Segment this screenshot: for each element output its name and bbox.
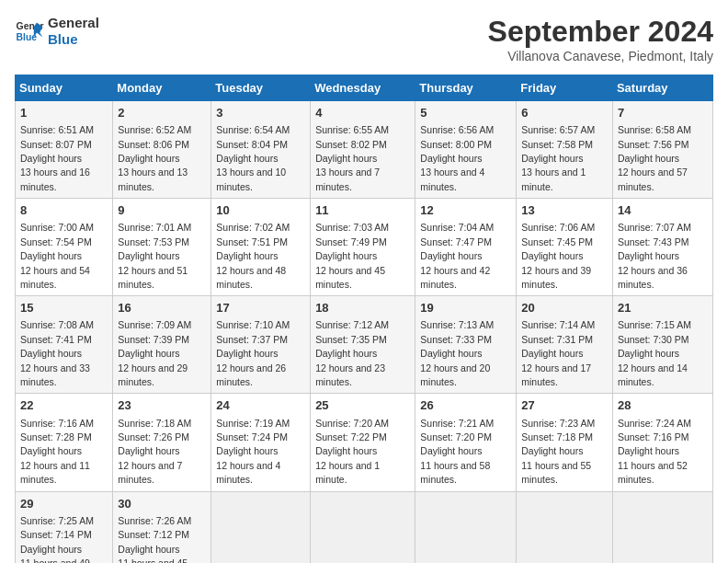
day-number: 26 [420,397,511,414]
table-row: 8 Sunrise: 7:00 AMSunset: 7:54 PMDayligh… [16,199,713,296]
calendar-cell: 18 Sunrise: 7:12 AMSunset: 7:35 PMDaylig… [311,296,415,394]
calendar-cell: 21 Sunrise: 7:15 AMSunset: 7:30 PMDaylig… [612,296,712,394]
day-number: 15 [20,300,108,316]
logo-blue: Blue [48,31,99,48]
calendar-cell: 22 Sunrise: 7:16 AMSunset: 7:28 PMDaylig… [16,394,113,491]
day-number: 2 [118,105,206,121]
month-title: September 2024 [488,15,713,49]
day-info: Sunrise: 6:52 AMSunset: 8:06 PMDaylight … [118,124,191,192]
day-number: 28 [618,397,708,414]
day-info: Sunrise: 6:51 AMSunset: 8:07 PMDaylight … [20,124,94,192]
calendar-cell: 27 Sunrise: 7:23 AMSunset: 7:18 PMDaylig… [517,394,613,491]
calendar-cell: 6 Sunrise: 6:57 AMSunset: 7:58 PMDayligh… [517,101,613,199]
calendar-table: Sunday Monday Tuesday Wednesday Thursday… [15,75,713,563]
day-info: Sunrise: 7:15 AMSunset: 7:30 PMDaylight … [618,319,691,387]
day-number: 8 [20,202,108,219]
page-header: General Blue General Blue September 2024… [15,15,713,63]
day-number: 13 [521,202,608,219]
day-info: Sunrise: 7:08 AMSunset: 7:41 PMDaylight … [20,319,94,387]
day-number: 10 [216,202,305,219]
header-row: Sunday Monday Tuesday Wednesday Thursday… [16,75,713,101]
calendar-cell [211,491,311,563]
day-number: 27 [521,397,608,414]
day-number: 9 [118,202,206,219]
day-info: Sunrise: 7:06 AMSunset: 7:45 PMDaylight … [521,222,595,290]
calendar-cell [415,491,517,563]
calendar-cell: 28 Sunrise: 7:24 AMSunset: 7:16 PMDaylig… [612,394,712,491]
day-info: Sunrise: 7:03 AMSunset: 7:49 PMDaylight … [315,222,389,290]
day-info: Sunrise: 6:58 AMSunset: 7:56 PMDaylight … [618,124,691,192]
logo-general: General [48,15,99,31]
day-info: Sunrise: 7:25 AMSunset: 7:14 PMDaylight … [20,515,94,563]
day-info: Sunrise: 7:10 AMSunset: 7:37 PMDaylight … [216,319,290,387]
col-wednesday: Wednesday [311,75,415,101]
calendar-cell: 25 Sunrise: 7:20 AMSunset: 7:22 PMDaylig… [311,394,415,491]
day-number: 7 [618,105,708,121]
day-info: Sunrise: 6:54 AMSunset: 8:04 PMDaylight … [216,124,290,192]
day-number: 16 [118,300,206,316]
calendar-cell: 24 Sunrise: 7:19 AMSunset: 7:24 PMDaylig… [211,394,311,491]
day-info: Sunrise: 7:21 AMSunset: 7:20 PMDaylight … [420,418,494,486]
day-number: 30 [118,496,206,512]
day-number: 23 [118,397,206,414]
day-number: 29 [20,496,108,512]
day-number: 5 [420,105,511,121]
calendar-cell [311,491,415,563]
day-info: Sunrise: 7:20 AMSunset: 7:22 PMDaylight … [315,418,389,486]
col-sunday: Sunday [16,75,113,101]
col-thursday: Thursday [415,75,517,101]
day-info: Sunrise: 7:14 AMSunset: 7:31 PMDaylight … [521,319,595,387]
calendar-cell [612,491,712,563]
calendar-cell: 5 Sunrise: 6:56 AMSunset: 8:00 PMDayligh… [415,101,517,199]
logo: General Blue General Blue [15,15,99,48]
day-number: 3 [216,105,305,121]
day-info: Sunrise: 7:26 AMSunset: 7:12 PMDaylight … [118,515,191,563]
day-info: Sunrise: 7:04 AMSunset: 7:47 PMDaylight … [420,222,494,290]
calendar-cell: 19 Sunrise: 7:13 AMSunset: 7:33 PMDaylig… [415,296,517,394]
day-number: 20 [521,300,608,316]
day-info: Sunrise: 7:07 AMSunset: 7:43 PMDaylight … [618,222,691,290]
col-monday: Monday [113,75,211,101]
day-number: 6 [521,105,608,121]
calendar-cell: 16 Sunrise: 7:09 AMSunset: 7:39 PMDaylig… [113,296,211,394]
calendar-cell: 26 Sunrise: 7:21 AMSunset: 7:20 PMDaylig… [415,394,517,491]
day-info: Sunrise: 7:16 AMSunset: 7:28 PMDaylight … [20,418,94,486]
day-info: Sunrise: 6:55 AMSunset: 8:02 PMDaylight … [315,124,389,192]
day-info: Sunrise: 7:12 AMSunset: 7:35 PMDaylight … [315,319,389,387]
day-number: 17 [216,300,305,316]
col-tuesday: Tuesday [211,75,311,101]
calendar-cell: 4 Sunrise: 6:55 AMSunset: 8:02 PMDayligh… [311,101,415,199]
day-number: 19 [420,300,511,316]
calendar-cell: 2 Sunrise: 6:52 AMSunset: 8:06 PMDayligh… [113,101,211,199]
calendar-cell: 12 Sunrise: 7:04 AMSunset: 7:47 PMDaylig… [415,199,517,296]
calendar-cell: 29 Sunrise: 7:25 AMSunset: 7:14 PMDaylig… [16,491,113,563]
day-number: 21 [618,300,708,316]
day-number: 1 [20,105,108,121]
calendar-cell: 9 Sunrise: 7:01 AMSunset: 7:53 PMDayligh… [113,199,211,296]
table-row: 15 Sunrise: 7:08 AMSunset: 7:41 PMDaylig… [16,296,713,394]
day-info: Sunrise: 7:13 AMSunset: 7:33 PMDaylight … [420,319,494,387]
day-info: Sunrise: 7:19 AMSunset: 7:24 PMDaylight … [216,418,290,486]
calendar-cell: 20 Sunrise: 7:14 AMSunset: 7:31 PMDaylig… [517,296,613,394]
day-number: 4 [315,105,410,121]
day-number: 24 [216,397,305,414]
calendar-cell: 3 Sunrise: 6:54 AMSunset: 8:04 PMDayligh… [211,101,311,199]
table-row: 1 Sunrise: 6:51 AMSunset: 8:07 PMDayligh… [16,101,713,199]
day-number: 12 [420,202,511,219]
day-number: 22 [20,397,108,414]
day-info: Sunrise: 6:57 AMSunset: 7:58 PMDaylight … [521,124,595,192]
col-saturday: Saturday [612,75,712,101]
calendar-cell: 14 Sunrise: 7:07 AMSunset: 7:43 PMDaylig… [612,199,712,296]
calendar-cell: 17 Sunrise: 7:10 AMSunset: 7:37 PMDaylig… [211,296,311,394]
logo-icon: General Blue [15,17,44,46]
calendar-cell: 13 Sunrise: 7:06 AMSunset: 7:45 PMDaylig… [517,199,613,296]
calendar-cell: 7 Sunrise: 6:58 AMSunset: 7:56 PMDayligh… [612,101,712,199]
calendar-cell: 15 Sunrise: 7:08 AMSunset: 7:41 PMDaylig… [16,296,113,394]
calendar-cell: 1 Sunrise: 6:51 AMSunset: 8:07 PMDayligh… [16,101,113,199]
title-block: September 2024 Villanova Canavese, Piedm… [488,15,713,63]
col-friday: Friday [517,75,613,101]
table-row: 29 Sunrise: 7:25 AMSunset: 7:14 PMDaylig… [16,491,713,563]
day-info: Sunrise: 6:56 AMSunset: 8:00 PMDaylight … [420,124,494,192]
day-info: Sunrise: 7:24 AMSunset: 7:16 PMDaylight … [618,418,691,486]
day-info: Sunrise: 7:18 AMSunset: 7:26 PMDaylight … [118,418,191,486]
